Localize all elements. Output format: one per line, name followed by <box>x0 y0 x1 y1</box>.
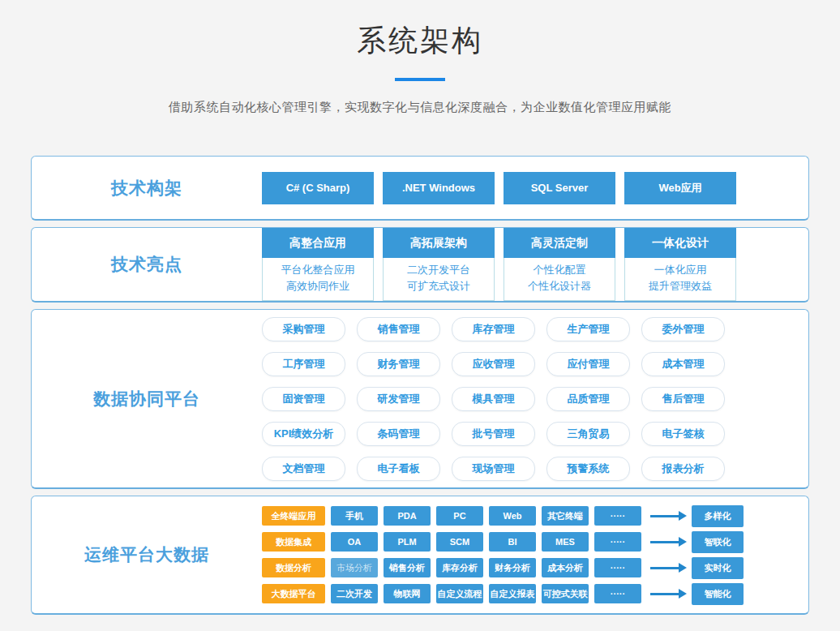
bigdata-result-button[interactable]: 智能化 <box>692 583 744 605</box>
arrow-right-icon <box>650 567 679 569</box>
module-button[interactable]: 库存管理 <box>452 317 535 341</box>
bigdata-item-button[interactable]: 自定义流程 <box>436 584 483 603</box>
module-button[interactable]: 模具管理 <box>452 387 535 411</box>
bigdata-item-button[interactable]: 市场分析 <box>331 558 378 577</box>
module-button[interactable]: 电子看板 <box>357 457 440 481</box>
bigdata-result-button[interactable]: 实时化 <box>692 557 744 579</box>
bigdata-item-button[interactable]: ····· <box>594 558 641 577</box>
section-tech-stack: 技术构架 C# (C Sharp).NET WindowsSQL ServerW… <box>31 156 809 221</box>
bigdata-item-button[interactable]: 可控式关联 <box>542 584 589 603</box>
bigdata-item-button[interactable]: 自定义报表 <box>489 584 536 603</box>
arrow-right-icon <box>650 541 679 543</box>
tech-stack-buttons: C# (C Sharp).NET WindowsSQL ServerWeb应用 <box>262 172 808 204</box>
module-button[interactable]: 委外管理 <box>641 317 725 341</box>
bigdata-item-button[interactable]: PLM <box>384 532 431 552</box>
module-button[interactable]: 售后管理 <box>641 387 725 411</box>
section-bigdata: 运维平台大数据 全终端应用手机PDAPCWeb其它终端·····多样化数据集成O… <box>31 496 809 615</box>
bigdata-category-button[interactable]: 数据分析 <box>262 558 325 577</box>
highlight-card: 高整合应用平台化整合应用高效协同作业 <box>262 228 374 301</box>
highlight-card-line: 平台化整合应用 <box>263 262 373 278</box>
module-button[interactable]: 预警系统 <box>546 457 630 481</box>
highlight-card-line: 可扩充式设计 <box>384 278 494 294</box>
bigdata-item-button[interactable]: OA <box>331 532 378 552</box>
bigdata-item-button[interactable]: ····· <box>594 532 641 552</box>
bigdata-item-button[interactable]: ····· <box>594 506 641 526</box>
module-button[interactable]: 应收管理 <box>452 352 535 376</box>
bigdata-item-button[interactable]: Web <box>489 506 536 526</box>
module-button[interactable]: 财务管理 <box>357 352 440 376</box>
module-grid: 采购管理销售管理库存管理生产管理委外管理工序管理财务管理应收管理应付管理成本管理… <box>262 317 725 481</box>
bigdata-rows: 全终端应用手机PDAPCWeb其它终端·····多样化数据集成OAPLMSCMB… <box>262 505 744 605</box>
module-button[interactable]: KPI绩效分析 <box>262 422 345 446</box>
bigdata-item-button[interactable]: 财务分析 <box>489 558 536 577</box>
bigdata-item-button[interactable]: 库存分析 <box>436 558 483 577</box>
title-divider <box>395 78 445 81</box>
highlight-card: 高灵活定制个性化配置个性化设计器 <box>504 228 615 301</box>
section-highlights: 技术亮点 高整合应用平台化整合应用高效协同作业高拓展架构二次开发平台可扩充式设计… <box>31 227 809 303</box>
highlight-card-title: 一体化设计 <box>624 228 736 258</box>
bigdata-item-button[interactable]: 二次开发 <box>331 584 378 603</box>
bigdata-row: 数据分析市场分析销售分析库存分析财务分析成本分析·····实时化 <box>262 557 744 579</box>
module-button[interactable]: 采购管理 <box>262 317 345 341</box>
bigdata-item-button[interactable]: ····· <box>594 584 641 603</box>
bigdata-item-button[interactable]: 手机 <box>331 506 378 526</box>
bigdata-item-button[interactable]: PDA <box>384 506 431 526</box>
section-bigdata-label: 运维平台大数据 <box>32 543 262 566</box>
module-button[interactable]: 条码管理 <box>357 422 440 446</box>
module-button[interactable]: 工序管理 <box>262 352 345 376</box>
module-button[interactable]: 固资管理 <box>262 387 345 411</box>
arrow-right-icon <box>650 593 679 595</box>
module-button[interactable]: 销售管理 <box>357 317 440 341</box>
bigdata-item-button[interactable]: 其它终端 <box>542 506 589 526</box>
module-button[interactable]: 成本管理 <box>641 352 725 376</box>
section-platform-label: 数据协同平台 <box>32 388 262 410</box>
bigdata-row: 全终端应用手机PDAPCWeb其它终端·····多样化 <box>262 505 744 527</box>
bigdata-item-button[interactable]: 成本分析 <box>542 558 589 577</box>
highlight-card-line: 个性化设计器 <box>504 278 615 294</box>
bigdata-item-button[interactable]: BI <box>489 532 536 552</box>
tech-stack-button[interactable]: SQL Server <box>504 172 615 204</box>
sections-container: 技术构架 C# (C Sharp).NET WindowsSQL ServerW… <box>31 156 809 615</box>
section-tech-stack-label: 技术构架 <box>32 177 262 200</box>
module-button[interactable]: 文档管理 <box>262 457 345 481</box>
module-button[interactable]: 品质管理 <box>546 387 630 411</box>
bigdata-category-button[interactable]: 大数据平台 <box>262 584 325 603</box>
module-button[interactable]: 现场管理 <box>452 457 535 481</box>
tech-stack-button[interactable]: .NET Windows <box>383 172 495 204</box>
bigdata-item-button[interactable]: MES <box>542 532 589 552</box>
section-platform: 数据协同平台 采购管理销售管理库存管理生产管理委外管理工序管理财务管理应收管理应… <box>31 309 809 489</box>
highlight-card-line: 一体化应用 <box>625 262 735 278</box>
highlight-card: 一体化设计一体化应用提升管理效益 <box>624 228 736 301</box>
highlight-card-body: 二次开发平台可扩充式设计 <box>383 258 495 301</box>
module-button[interactable]: 批号管理 <box>452 422 535 446</box>
module-button[interactable]: 电子签核 <box>641 422 725 446</box>
highlight-card-body: 平台化整合应用高效协同作业 <box>262 258 374 301</box>
module-button[interactable]: 报表分析 <box>641 457 725 481</box>
highlight-card-body: 个性化配置个性化设计器 <box>504 258 615 301</box>
bigdata-row: 数据集成OAPLMSCMBIMES·····智联化 <box>262 531 744 553</box>
highlight-card-title: 高拓展架构 <box>383 228 495 258</box>
tech-stack-button[interactable]: Web应用 <box>624 172 736 204</box>
bigdata-category-button[interactable]: 数据集成 <box>262 532 325 552</box>
highlight-card-title: 高灵活定制 <box>504 228 615 258</box>
highlight-card-line: 二次开发平台 <box>384 262 494 278</box>
module-button[interactable]: 生产管理 <box>546 317 630 341</box>
bigdata-item-button[interactable]: 物联网 <box>384 584 431 603</box>
bigdata-category-button[interactable]: 全终端应用 <box>262 506 325 526</box>
bigdata-result-button[interactable]: 智联化 <box>692 531 744 553</box>
page: 系统架构 借助系统自动化核心管理引擎，实现数字化与信息化深度融合，为企业数值化管… <box>0 0 840 615</box>
tech-stack-button[interactable]: C# (C Sharp) <box>262 172 374 204</box>
page-title: 系统架构 <box>0 21 840 61</box>
bigdata-item-button[interactable]: 销售分析 <box>384 558 431 577</box>
highlight-card-line: 个性化配置 <box>504 262 615 278</box>
module-button[interactable]: 三角贸易 <box>546 422 630 446</box>
bigdata-result-button[interactable]: 多样化 <box>692 505 744 527</box>
module-button[interactable]: 应付管理 <box>546 352 630 376</box>
bigdata-item-button[interactable]: SCM <box>436 532 483 552</box>
bigdata-item-button[interactable]: PC <box>436 506 483 526</box>
highlight-card-line: 高效协同作业 <box>263 278 373 294</box>
arrow-right-icon <box>650 515 679 517</box>
section-highlights-label: 技术亮点 <box>32 253 262 276</box>
highlight-card-title: 高整合应用 <box>262 228 374 258</box>
module-button[interactable]: 研发管理 <box>357 387 440 411</box>
